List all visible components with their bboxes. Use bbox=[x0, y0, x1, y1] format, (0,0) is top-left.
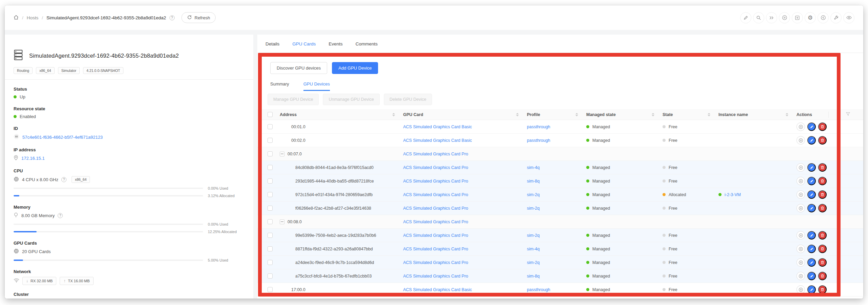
row-checkbox[interactable] bbox=[268, 206, 273, 211]
add-window-icon[interactable] bbox=[792, 12, 803, 23]
gpu-card-link[interactable]: ACS Simulated Graphics Card Pro bbox=[403, 152, 468, 156]
edit-device-button[interactable] bbox=[807, 204, 816, 212]
tab-details[interactable]: Details bbox=[265, 41, 279, 53]
gpu-card-link[interactable]: ACS Simulated Graphics Card Pro bbox=[403, 260, 468, 265]
row-checkbox[interactable] bbox=[268, 165, 273, 170]
gpu-card-link[interactable]: ACS Simulated Graphics Card Basic bbox=[403, 138, 472, 143]
row-checkbox[interactable] bbox=[268, 219, 273, 224]
row-checkbox[interactable] bbox=[268, 124, 273, 129]
sort-icon[interactable] bbox=[708, 113, 710, 116]
sort-icon[interactable] bbox=[575, 113, 578, 116]
profile-link[interactable]: sim-2q bbox=[527, 260, 540, 265]
profile-link[interactable]: passthrough bbox=[527, 287, 550, 292]
ip-address-link[interactable]: 172.16.15.1 bbox=[21, 156, 45, 161]
profile-link[interactable]: sim-4q bbox=[527, 247, 540, 251]
pause-device-button[interactable] bbox=[796, 231, 805, 240]
delete-gpu-device-button[interactable]: Delete GPU Device bbox=[384, 94, 432, 105]
gpu-card-link[interactable]: ACS Simulated Graphics Card Basic bbox=[403, 287, 472, 292]
subtab-gpu-devices[interactable]: GPU Devices bbox=[303, 81, 330, 91]
edit-device-button[interactable] bbox=[807, 163, 816, 172]
pause-device-button[interactable] bbox=[796, 272, 805, 280]
collapse-group-icon[interactable] bbox=[280, 152, 284, 156]
navigate-circle-icon[interactable] bbox=[817, 12, 829, 23]
row-checkbox[interactable] bbox=[268, 260, 273, 265]
breadcrumb-hosts[interactable]: Hosts bbox=[27, 15, 39, 20]
edit-device-button[interactable] bbox=[807, 231, 816, 240]
profile-link[interactable]: passthrough bbox=[527, 125, 550, 129]
delete-device-button[interactable] bbox=[818, 272, 827, 280]
gpu-card-link[interactable]: ACS Simulated Graphics Card Pro bbox=[403, 220, 468, 224]
edit-device-button[interactable] bbox=[807, 177, 816, 185]
gpu-card-link[interactable]: ACS Simulated Graphics Card Pro bbox=[403, 192, 468, 197]
profile-link[interactable]: sim-4q bbox=[527, 165, 540, 170]
row-checkbox[interactable] bbox=[268, 273, 273, 279]
gpu-card-link[interactable]: ACS Simulated Graphics Card Pro bbox=[403, 233, 468, 238]
profile-link[interactable]: sim-8q bbox=[527, 179, 540, 184]
filter-icon[interactable] bbox=[846, 112, 850, 117]
cpu-help-icon[interactable]: ? bbox=[61, 177, 66, 182]
sort-icon[interactable] bbox=[786, 113, 788, 116]
profile-link[interactable]: passthrough bbox=[527, 138, 550, 143]
row-checkbox[interactable] bbox=[268, 178, 273, 184]
gpu-card-link[interactable]: ACS Simulated Graphics Card Basic bbox=[403, 125, 472, 129]
edit-device-button[interactable] bbox=[807, 258, 816, 267]
gpu-card-link[interactable]: ACS Simulated Graphics Card Pro bbox=[403, 274, 468, 279]
gpu-card-link[interactable]: ACS Simulated Graphics Card Pro bbox=[403, 206, 468, 211]
search-icon[interactable] bbox=[753, 12, 764, 23]
edit-device-button[interactable] bbox=[807, 285, 816, 294]
delete-device-button[interactable] bbox=[818, 190, 827, 199]
eye-icon[interactable] bbox=[843, 12, 854, 23]
refresh-button[interactable]: Refresh bbox=[181, 12, 216, 23]
wrench-icon[interactable] bbox=[830, 12, 842, 23]
pause-device-button[interactable] bbox=[796, 190, 805, 199]
settings-gear-icon[interactable]: ⚙ bbox=[805, 12, 816, 23]
sort-icon[interactable] bbox=[516, 113, 519, 116]
sort-icon[interactable] bbox=[652, 113, 654, 116]
subtab-summary[interactable]: Summary bbox=[270, 81, 289, 91]
pause-device-button[interactable] bbox=[796, 258, 805, 267]
fast-forward-icon[interactable] bbox=[766, 12, 777, 23]
row-checkbox[interactable] bbox=[268, 246, 273, 251]
row-checkbox[interactable] bbox=[268, 192, 273, 197]
delete-device-button[interactable] bbox=[818, 285, 827, 294]
gpu-card-link[interactable]: ACS Simulated Graphics Card Pro bbox=[403, 165, 468, 170]
delete-device-button[interactable] bbox=[818, 122, 827, 131]
edit-device-button[interactable] bbox=[807, 122, 816, 131]
delete-device-button[interactable] bbox=[818, 204, 827, 212]
add-gpu-device-button[interactable]: Add GPU Device bbox=[332, 62, 378, 74]
discover-gpu-devices-button[interactable]: Discover GPU devices bbox=[270, 62, 327, 74]
edit-device-button[interactable] bbox=[807, 136, 816, 145]
pause-circle-icon[interactable] bbox=[779, 12, 790, 23]
instance-link[interactable]: i-2-3-VM bbox=[725, 192, 741, 197]
delete-device-button[interactable] bbox=[818, 231, 827, 240]
host-id-link[interactable]: 57c4e601-f636-4662-b5f7-4ef671a92123 bbox=[22, 135, 103, 140]
pause-device-button[interactable] bbox=[796, 204, 805, 212]
profile-link[interactable]: sim-8q bbox=[527, 274, 540, 279]
pause-device-button[interactable] bbox=[796, 163, 805, 172]
collapse-group-icon[interactable] bbox=[280, 220, 284, 224]
row-checkbox[interactable] bbox=[268, 233, 273, 238]
edit-icon[interactable] bbox=[740, 12, 751, 23]
delete-device-button[interactable] bbox=[818, 163, 827, 172]
pause-device-button[interactable] bbox=[796, 245, 805, 253]
profile-link[interactable]: sim-2q bbox=[527, 206, 540, 211]
pause-device-button[interactable] bbox=[796, 122, 805, 131]
edit-device-button[interactable] bbox=[807, 272, 816, 280]
gpu-card-link[interactable]: ACS Simulated Graphics Card Pro bbox=[403, 247, 468, 251]
pause-device-button[interactable] bbox=[796, 177, 805, 185]
unmanage-gpu-device-button[interactable]: Unmanage GPU Device bbox=[323, 94, 379, 105]
select-all-checkbox[interactable] bbox=[268, 112, 273, 117]
tab-comments[interactable]: Comments bbox=[356, 41, 378, 53]
delete-device-button[interactable] bbox=[818, 177, 827, 185]
sort-icon[interactable] bbox=[392, 113, 395, 116]
gpu-card-link[interactable]: ACS Simulated Graphics Card Pro bbox=[403, 179, 468, 184]
tab-events[interactable]: Events bbox=[329, 41, 342, 53]
row-checkbox[interactable] bbox=[268, 138, 273, 143]
edit-device-button[interactable] bbox=[807, 190, 816, 199]
home-icon[interactable] bbox=[14, 15, 19, 21]
pause-device-button[interactable] bbox=[796, 136, 805, 145]
row-checkbox[interactable] bbox=[268, 287, 273, 292]
row-checkbox[interactable] bbox=[268, 151, 273, 156]
edit-device-button[interactable] bbox=[807, 245, 816, 253]
manage-gpu-device-button[interactable]: Manage GPU Device bbox=[268, 94, 319, 105]
